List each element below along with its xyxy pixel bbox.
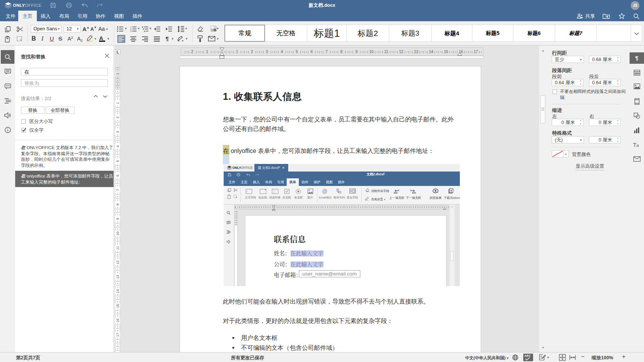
svg-text:3: 3 (130, 30, 131, 32)
